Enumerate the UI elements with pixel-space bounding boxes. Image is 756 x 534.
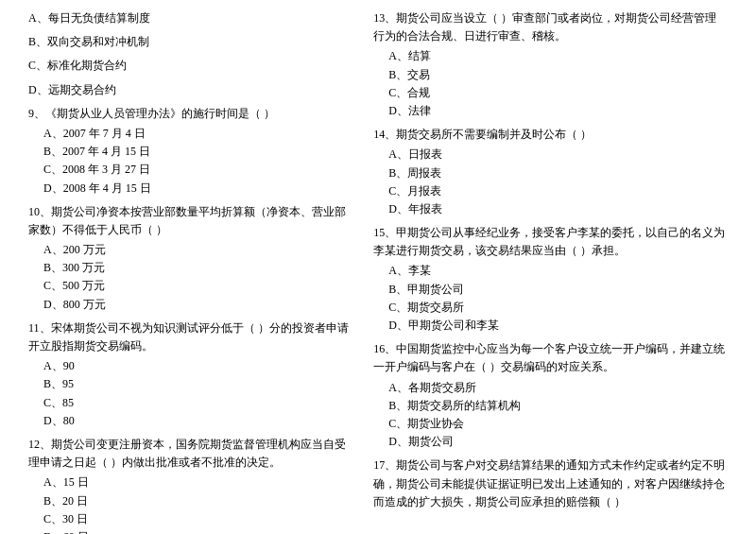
left-column: A、每日无负债结算制度 B、双向交易和对冲机制 C、标准化期货合约 D、远期交易… [28, 9, 364, 534]
q16-optB: B、期货交易所的结算机构 [373, 397, 728, 415]
q17-title: 17、期货公司与客户对交易结算结果的通知方式未作约定或者约定不明确，期货公司未能… [373, 456, 728, 511]
q10-optB: B、300 万元 [28, 259, 354, 277]
option-a: A、每日无负债结算制度 [28, 9, 354, 27]
q10-title: 10、期货公司净资本按营业部数量平均折算额（净资本、营业部家数）不得低于人民币（… [28, 203, 354, 239]
q15-optC: C、期货交易所 [373, 299, 728, 317]
question-14: 14、期货交易所不需要编制并及时公布（ ） A、日报表 B、周报表 C、月报表 … [373, 126, 728, 218]
q11-optC: C、85 [28, 394, 354, 412]
q14-optD: D、年报表 [373, 200, 728, 218]
q14-title: 14、期货交易所不需要编制并及时公布（ ） [373, 126, 728, 144]
q14-optC: C、月报表 [373, 182, 728, 200]
q10-optD: D、800 万元 [28, 296, 354, 314]
question-16: 16、中国期货监控中心应当为每一个客户设立统一开户编码，并建立统一开户编码与客户… [373, 340, 728, 451]
q16-optD: D、期货公司 [373, 433, 728, 451]
q14-optA: A、日报表 [373, 146, 728, 164]
option-a-text: A、每日无负债结算制度 [28, 9, 354, 27]
q13-optD: D、法律 [373, 102, 728, 120]
question-12: 12、期货公司变更注册资本，国务院期货监督管理机构应当自受理申请之日起（ ）内做… [28, 436, 354, 534]
q15-title: 15、甲期货公司从事经纪业务，接受客户李某的委托，以自己的名义为李某进行期货交易… [373, 224, 728, 260]
q13-optB: B、交易 [373, 66, 728, 84]
option-c1: C、标准化期货合约 [28, 57, 354, 75]
q15-optD: D、甲期货公司和李某 [373, 317, 728, 335]
q14-optB: B、周报表 [373, 164, 728, 182]
q12-optA: A、15 日 [28, 474, 354, 491]
q10-optA: A、200 万元 [28, 241, 354, 259]
question-13: 13、期货公司应当设立（ ）审查部门或者岗位，对期货公司经营管理行为的合法合规、… [373, 9, 728, 120]
q9-optB: B、2007 年 4 月 15 日 [28, 143, 354, 161]
q11-optD: D、80 [28, 412, 354, 430]
q12-optD: D、60 日 [28, 528, 354, 534]
right-column: 13、期货公司应当设立（ ）审查部门或者岗位，对期货公司经营管理行为的合法合规、… [364, 9, 728, 534]
q11-title: 11、宋体期货公司不视为知识测试评分低于（ ）分的投资者申请开立股指期货交易编码… [28, 319, 354, 355]
q13-optC: C、合规 [373, 84, 728, 102]
q15-optB: B、甲期货公司 [373, 281, 728, 299]
q12-optB: B、20 日 [28, 492, 354, 510]
q13-optA: A、结算 [373, 47, 728, 65]
option-d1-text: D、远期交易合约 [28, 81, 354, 99]
q9-title: 9、《期货从业人员管理办法》的施行时间是（ ） [28, 105, 354, 123]
q11-optB: B、95 [28, 375, 354, 393]
q12-optC: C、30 日 [28, 510, 354, 528]
q15-optA: A、李某 [373, 262, 728, 280]
q16-title: 16、中国期货监控中心应当为每一个客户设立统一开户编码，并建立统一开户编码与客户… [373, 340, 728, 376]
q9-optA: A、2007 年 7 月 4 日 [28, 125, 354, 143]
q12-title: 12、期货公司变更注册资本，国务院期货监督管理机构应当自受理申请之日起（ ）内做… [28, 436, 354, 472]
page-content: A、每日无负债结算制度 B、双向交易和对冲机制 C、标准化期货合约 D、远期交易… [28, 9, 728, 534]
question-11: 11、宋体期货公司不视为知识测试评分低于（ ）分的投资者申请开立股指期货交易编码… [28, 319, 354, 430]
option-b1-text: B、双向交易和对冲机制 [28, 33, 354, 51]
q11-optA: A、90 [28, 357, 354, 375]
q10-optC: C、500 万元 [28, 277, 354, 295]
q16-optC: C、期货业协会 [373, 415, 728, 433]
q9-optD: D、2008 年 4 月 15 日 [28, 180, 354, 198]
question-17: 17、期货公司与客户对交易结算结果的通知方式未作约定或者约定不明确，期货公司未能… [373, 456, 728, 511]
question-9: 9、《期货从业人员管理办法》的施行时间是（ ） A、2007 年 7 月 4 日… [28, 105, 354, 198]
question-10: 10、期货公司净资本按营业部数量平均折算额（净资本、营业部家数）不得低于人民币（… [28, 203, 354, 314]
option-b1: B、双向交易和对冲机制 [28, 33, 354, 51]
q16-optA: A、各期货交易所 [373, 379, 728, 397]
option-c1-text: C、标准化期货合约 [28, 57, 354, 75]
question-15: 15、甲期货公司从事经纪业务，接受客户李某的委托，以自己的名义为李某进行期货交易… [373, 224, 728, 335]
q9-optC: C、2008 年 3 月 27 日 [28, 161, 354, 179]
option-d1: D、远期交易合约 [28, 81, 354, 99]
q13-title: 13、期货公司应当设立（ ）审查部门或者岗位，对期货公司经营管理行为的合法合规、… [373, 9, 728, 45]
